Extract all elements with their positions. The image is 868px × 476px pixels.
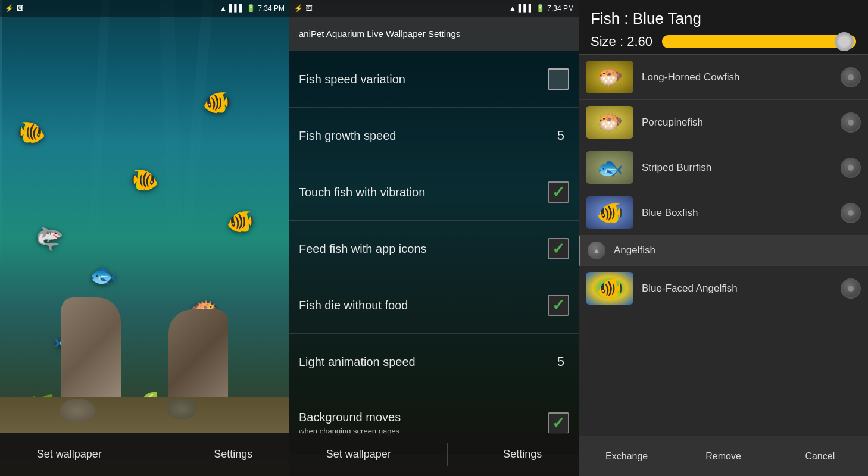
fish-name-boxfish: Blue Boxfish xyxy=(642,207,832,219)
touch-fish-vibration-item[interactable]: Touch fish with vibration ✓ xyxy=(289,164,579,221)
background-moves-checkbox[interactable]: ✓ xyxy=(548,412,569,434)
chevron-up-icon: ▲ xyxy=(592,246,601,255)
fish-speed-variation-item[interactable]: Fish speed variation xyxy=(289,51,579,108)
status-right-icons: ▲ ▌▌▌ 🔋 7:34 PM xyxy=(220,4,285,12)
fish-radio-cowfish[interactable] xyxy=(841,67,861,87)
fish-name-cowfish: Long-Horned Cowfish xyxy=(642,71,832,83)
fish-size-slider[interactable] xyxy=(662,35,856,48)
time-display: 7:34 PM xyxy=(258,4,285,12)
angelfish-group-name: Angelfish xyxy=(614,245,655,256)
light-animation-speed-label: Light animation speed xyxy=(299,355,557,369)
pebble-1 xyxy=(60,399,95,422)
settings-status-left: ⚡ 🖼 xyxy=(294,4,313,12)
background-moves-label: Background moves xyxy=(299,411,401,424)
settings-title: aniPet Aquarium Live Wallpaper Settings xyxy=(299,29,460,39)
aquarium-bottom-bar: Set wallpaper Settings xyxy=(0,433,289,476)
wifi-icon: ▲ xyxy=(220,4,227,12)
fish-growth-speed-item[interactable]: Fish growth speed 5 xyxy=(289,108,579,164)
fish-name-angelfish: Blue-Faced Angelfish xyxy=(642,283,832,295)
fish-item-cowfish[interactable]: 🐡 Long-Horned Cowfish xyxy=(579,55,868,100)
usb-icon: ⚡ xyxy=(5,4,14,12)
fish-item-burrfish[interactable]: 🐟 Striped Burrfish xyxy=(579,145,868,190)
fish-list: 🐡 Long-Horned Cowfish 🐡 Porcupinefish 🐟 … xyxy=(579,55,868,436)
fish-thumb-cowfish: 🐡 xyxy=(586,61,633,93)
fish-action-bar: Exchange Remove Cancel xyxy=(579,436,868,476)
fish-radio-porcupinefish[interactable] xyxy=(841,112,861,133)
bottom-divider xyxy=(158,443,158,466)
image-icon: 🖼 xyxy=(16,4,23,12)
settings-panel: ⚡ 🖼 ▲ ▌▌▌ 🔋 7:34 PM aniPet Aquarium Live… xyxy=(289,0,579,476)
fish-die-food-label: Fish die without food xyxy=(299,299,548,312)
settings-set-wallpaper-button[interactable]: Set wallpaper xyxy=(308,442,409,466)
background-moves-content: Background moves when changing screen pa… xyxy=(299,411,548,436)
settings-bottom-bar: Set wallpaper Settings xyxy=(289,433,579,476)
fish-thumb-boxfish: 🐠 xyxy=(586,196,633,229)
fish-selection-panel: Fish : Blue Tang Size : 2.60 🐡 Long-Horn… xyxy=(579,0,868,476)
fish-speed-variation-checkbox[interactable] xyxy=(548,68,569,90)
fish-item-boxfish[interactable]: 🐠 Blue Boxfish xyxy=(579,190,868,236)
fish-growth-speed-label: Fish growth speed xyxy=(299,129,557,143)
settings-time: 7:34 PM xyxy=(547,4,574,12)
settings-status-bar: ⚡ 🖼 ▲ ▌▌▌ 🔋 7:34 PM xyxy=(289,0,579,17)
fish-radio-angelfish[interactable] xyxy=(841,278,861,299)
fish-die-food-item[interactable]: Fish die without food ✓ xyxy=(289,277,579,334)
settings-image-icon: 🖼 xyxy=(305,4,313,12)
fish-name-burrfish: Striped Burrfish xyxy=(642,162,832,174)
status-left-icons: ⚡ 🖼 xyxy=(5,4,23,12)
checkmark-icon: ✓ xyxy=(552,184,565,200)
touch-fish-vibration-checkbox[interactable]: ✓ xyxy=(548,181,569,203)
status-bar: ⚡ 🖼 ▲ ▌▌▌ 🔋 7:34 PM xyxy=(0,0,289,17)
checkmark-icon-3: ✓ xyxy=(552,298,565,313)
exchange-button[interactable]: Exchange xyxy=(579,436,675,476)
fish-radio-boxfish[interactable] xyxy=(841,203,861,223)
fish-thumb-angelfish: 🐠 xyxy=(586,272,633,305)
touch-fish-vibration-label: Touch fish with vibration xyxy=(299,186,548,199)
clownfish-2: 🐠 xyxy=(131,167,159,193)
light-animation-speed-item[interactable]: Light animation speed 5 xyxy=(289,334,579,390)
fish-header: Fish : Blue Tang Size : 2.60 xyxy=(579,0,868,55)
fish-thumb-burrfish: 🐟 xyxy=(586,151,633,184)
checkmark-icon-4: ✓ xyxy=(552,415,565,431)
fish-size-row: Size : 2.60 xyxy=(591,34,856,49)
settings-usb-icon: ⚡ xyxy=(294,4,303,12)
light-animation-speed-value: 5 xyxy=(557,354,564,369)
signal-icon: ▌▌▌ xyxy=(229,4,245,12)
fish-4: 🐟 xyxy=(89,262,117,288)
lionfish: 🦈 xyxy=(36,226,64,252)
settings-header: aniPet Aquarium Live Wallpaper Settings xyxy=(289,17,579,51)
fish-name-value: Blue Tang xyxy=(633,10,701,27)
settings-settings-button[interactable]: Settings xyxy=(485,442,560,466)
fish-radio-burrfish[interactable] xyxy=(841,158,861,178)
light-ray-4 xyxy=(0,0,2,286)
battery-icon: 🔋 xyxy=(246,4,255,12)
feed-fish-icons-checkbox[interactable]: ✓ xyxy=(548,238,569,259)
settings-bottom-divider xyxy=(447,443,448,466)
checkmark-icon-2: ✓ xyxy=(552,241,565,256)
settings-status-right: ▲ ▌▌▌ 🔋 7:34 PM xyxy=(509,4,574,12)
angelfish-group-header[interactable]: ▲ Angelfish xyxy=(579,236,868,266)
angelfish-group-icon: ▲ xyxy=(588,242,605,259)
fish-size-label: Size : 2.60 xyxy=(591,34,652,49)
remove-button[interactable]: Remove xyxy=(675,436,772,476)
fish-die-food-checkbox[interactable]: ✓ xyxy=(548,295,569,316)
set-wallpaper-button[interactable]: Set wallpaper xyxy=(19,442,120,466)
feed-fish-icons-item[interactable]: Feed fish with app icons ✓ xyxy=(289,221,579,277)
fish-thumb-porcupinefish: 🐡 xyxy=(586,106,633,139)
settings-wifi-icon: ▲ xyxy=(509,4,516,12)
feed-fish-icons-label: Feed fish with app icons xyxy=(299,242,548,256)
fish-item-porcupinefish[interactable]: 🐡 Porcupinefish xyxy=(579,100,868,145)
settings-list: Fish speed variation Fish growth speed 5… xyxy=(289,51,579,456)
cancel-button[interactable]: Cancel xyxy=(772,436,868,476)
sand-bottom xyxy=(0,397,289,433)
fish-label: Fish : xyxy=(591,10,633,27)
settings-battery-icon: 🔋 xyxy=(536,4,545,12)
settings-button[interactable]: Settings xyxy=(196,442,270,466)
settings-signal-icon: ▌▌▌ xyxy=(519,4,534,12)
fish-item-angelfish[interactable]: 🐠 Blue-Faced Angelfish xyxy=(579,266,868,311)
pebble-2 xyxy=(167,399,196,419)
fish-speed-variation-label: Fish speed variation xyxy=(299,73,548,86)
fish-growth-speed-value: 5 xyxy=(557,128,564,143)
clownfish-3: 🐠 xyxy=(202,89,230,115)
fish-title: Fish : Blue Tang xyxy=(591,10,856,28)
aquarium-panel: ⚡ 🖼 ▲ ▌▌▌ 🔋 7:34 PM 🐠 🐠 🐠 🦈 🐟 🐡 🐠 🐟 🌿 🪸 … xyxy=(0,0,289,476)
